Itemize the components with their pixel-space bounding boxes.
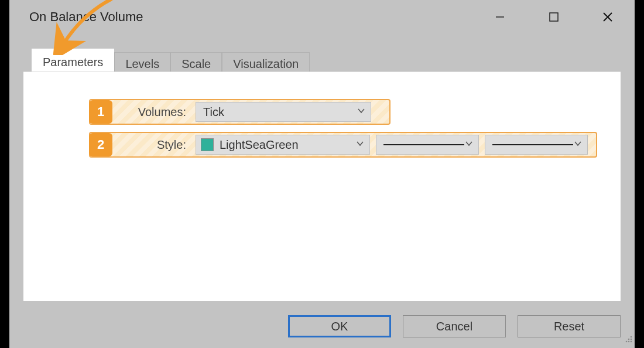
- maximize-icon: [547, 11, 560, 23]
- line-style-dropdown[interactable]: [376, 135, 479, 155]
- cancel-button[interactable]: Cancel: [403, 315, 506, 337]
- svg-point-4: [631, 336, 632, 338]
- volumes-value: Tick: [196, 105, 224, 119]
- dialog-footer: OK Cancel Reset: [288, 315, 621, 337]
- svg-point-8: [628, 341, 630, 343]
- chevron-down-icon: [357, 105, 366, 118]
- resize-grip[interactable]: [623, 333, 633, 347]
- minimize-icon: [494, 11, 506, 23]
- window-controls: [473, 0, 635, 34]
- line-style-preview: [383, 144, 464, 145]
- svg-point-9: [631, 341, 632, 343]
- style-label: Style:: [118, 138, 196, 152]
- chevron-down-icon: [573, 138, 583, 151]
- close-icon: [601, 10, 615, 24]
- tab-panel: 1 Volumes: Tick 2 Style: LightSeaGreen: [23, 71, 621, 301]
- minimize-button[interactable]: [473, 0, 527, 34]
- svg-point-5: [628, 339, 630, 340]
- volumes-row: 1 Volumes: Tick: [89, 99, 390, 125]
- line-width-preview: [492, 144, 573, 145]
- volumes-label: Volumes:: [118, 105, 196, 119]
- ok-button[interactable]: OK: [288, 315, 391, 337]
- reset-button[interactable]: Reset: [518, 315, 621, 337]
- close-button[interactable]: [581, 0, 635, 34]
- style-row: 2 Style: LightSeaGreen: [89, 132, 597, 158]
- maximize-button[interactable]: [527, 0, 581, 34]
- volumes-dropdown[interactable]: Tick: [196, 102, 371, 122]
- annotation-marker-2: 2: [89, 133, 112, 156]
- chevron-down-icon: [464, 138, 474, 151]
- color-value: LightSeaGreen: [214, 138, 299, 152]
- window-title: On Balance Volume: [9, 9, 143, 25]
- svg-point-7: [626, 341, 628, 343]
- svg-rect-1: [550, 13, 558, 21]
- resize-grip-icon: [623, 333, 633, 344]
- line-width-dropdown[interactable]: [485, 135, 588, 155]
- color-swatch: [201, 138, 214, 151]
- titlebar: On Balance Volume: [9, 0, 635, 34]
- annotation-marker-1: 1: [89, 100, 112, 124]
- color-dropdown[interactable]: LightSeaGreen: [196, 135, 370, 155]
- svg-point-6: [631, 339, 632, 340]
- dialog-window: On Balance Volume Parameters Levels Scal…: [9, 0, 635, 348]
- chevron-down-icon: [355, 138, 365, 151]
